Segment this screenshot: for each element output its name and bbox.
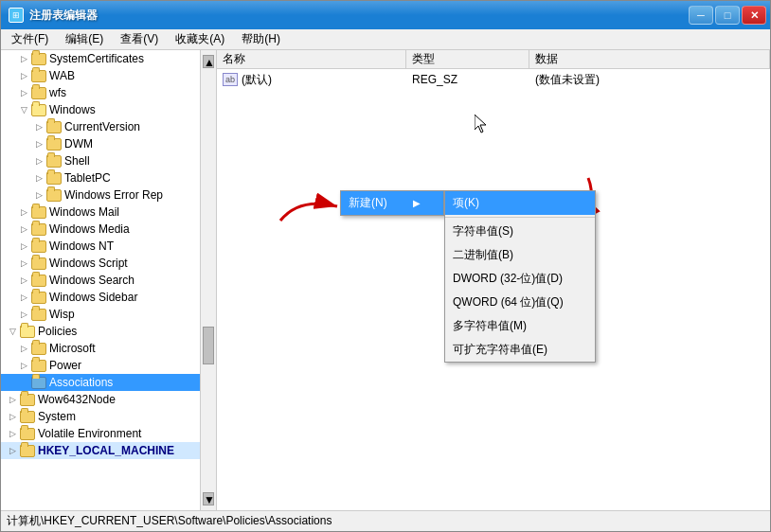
scroll-up-arrow[interactable]: ▲ — [203, 55, 214, 68]
folder-icon — [31, 257, 46, 270]
tree-item-windowssearch[interactable]: ▷ Windows Search — [1, 272, 216, 289]
tree-label: Microsoft — [49, 342, 96, 355]
tree-item-dwm[interactable]: ▷ DWM — [1, 135, 216, 152]
expander[interactable]: ▷ — [5, 408, 20, 425]
tree-item-windowsnt[interactable]: ▷ Windows NT — [1, 238, 216, 255]
submenu-item-binary[interactable]: 二进制值(B) — [445, 243, 595, 267]
tree-item-systemcertificates[interactable]: ▷ SystemCertificates — [1, 50, 216, 67]
reg-name-label: (默认) — [242, 72, 272, 88]
menu-help[interactable]: 帮助(H) — [235, 28, 287, 50]
tree-item-shell[interactable]: ▷ Shell — [1, 152, 216, 169]
new-context-menu[interactable]: 新建(N) ▶ — [340, 190, 444, 216]
menu-view[interactable]: 查看(V) — [114, 28, 165, 50]
expander[interactable]: ▷ — [16, 306, 31, 323]
minimize-button[interactable]: ─ — [689, 6, 713, 25]
folder-icon — [31, 275, 46, 287]
submenu-item-dword[interactable]: DWORD (32-位)值(D) — [445, 267, 595, 291]
tree-item-power[interactable]: ▷ Power — [1, 357, 216, 374]
menu-edit[interactable]: 编辑(E) — [59, 28, 110, 50]
expander[interactable]: ▷ — [5, 425, 20, 442]
expander[interactable]: ▷ — [31, 186, 46, 204]
expander[interactable]: ▷ — [16, 340, 31, 357]
title-bar: ⊞ 注册表编辑器 ─ □ ✕ — [1, 1, 770, 29]
expander[interactable]: ▷ — [5, 442, 20, 459]
tree-label: Power — [49, 359, 81, 372]
submenu-item-expandstring[interactable]: 可扩充字符串值(E) — [445, 338, 595, 362]
submenu-key-label: 项(K) — [453, 195, 479, 211]
tree-item-wab[interactable]: ▷ WAB — [1, 67, 216, 84]
expander[interactable]: ▷ — [16, 272, 31, 289]
reg-data-cell: (数值未设置) — [529, 72, 770, 88]
tree-item-volatile-environment[interactable]: ▷ Volatile Environment — [1, 425, 216, 442]
scroll-thumb[interactable] — [203, 327, 214, 364]
submenu-string-label: 字符串值(S) — [453, 223, 513, 239]
tree-item-system[interactable]: ▷ System — [1, 408, 216, 425]
scroll-down-arrow[interactable]: ▼ — [203, 492, 214, 505]
folder-icon-open — [31, 104, 46, 116]
submenu-item-key[interactable]: 项(K) — [445, 191, 595, 215]
submenu-item-qword[interactable]: QWORD (64 位)值(Q) — [445, 291, 595, 314]
folder-icon — [31, 206, 46, 219]
expander[interactable]: ▷ — [16, 221, 31, 238]
menu-file[interactable]: 文件(F) — [5, 28, 55, 50]
tree-item-windowsscript[interactable]: ▷ Windows Script — [1, 255, 216, 272]
menu-bar: 文件(F) 编辑(E) 查看(V) 收藏夹(A) 帮助(H) — [1, 29, 770, 50]
menu-favorites[interactable]: 收藏夹(A) — [169, 28, 231, 50]
expander[interactable]: ▷ — [16, 289, 31, 306]
expander[interactable]: ▷ — [31, 169, 46, 186]
window-title: 注册表编辑器 — [29, 8, 98, 24]
tree-label: Windows Media — [49, 222, 130, 236]
column-data-header: 数据 — [529, 50, 770, 68]
tree-item-policies[interactable]: ▽ Policies — [1, 323, 216, 340]
expander[interactable]: ▷ — [16, 84, 31, 101]
expander[interactable]: ▷ — [16, 204, 31, 221]
expander[interactable]: ▷ — [16, 67, 31, 84]
tree-scrollbar[interactable]: ▲ ▼ — [200, 50, 216, 510]
expander[interactable]: ▷ — [16, 238, 31, 255]
status-bar: 计算机\HKEY_CURRENT_USER\Software\Policies\… — [1, 510, 770, 531]
tree-item-tabletpc[interactable]: ▷ TabletPC — [1, 169, 216, 186]
tree-label: Windows Error Rep — [64, 188, 163, 202]
ctx-new-item[interactable]: 新建(N) ▶ — [341, 191, 443, 215]
expander[interactable] — [16, 374, 31, 391]
tree-item-hklm[interactable]: ▷ HKEY_LOCAL_MACHINE — [1, 442, 216, 459]
column-type-header: 类型 — [406, 50, 529, 68]
expander[interactable]: ▷ — [16, 357, 31, 374]
tree-item-windows[interactable]: ▽ Windows — [1, 101, 216, 118]
tree-item-wow6432node[interactable]: ▷ Wow6432Node — [1, 391, 216, 408]
reg-type-cell: REG_SZ — [406, 73, 529, 86]
submenu-dword-label: DWORD (32-位)值(D) — [453, 271, 563, 287]
folder-icon — [31, 309, 46, 321]
registry-row-default[interactable]: ab (默认) REG_SZ (数值未设置) — [217, 71, 770, 88]
ctx-separator — [445, 217, 595, 218]
expander[interactable]: ▽ — [16, 101, 31, 118]
close-button[interactable]: ✕ — [742, 6, 766, 25]
tree-label: CurrentVersion — [64, 120, 140, 133]
tree-item-microsoft[interactable]: ▷ Microsoft — [1, 340, 216, 357]
expander[interactable]: ▷ — [16, 255, 31, 272]
expander[interactable]: ▽ — [5, 323, 20, 340]
tree-label: WAB — [49, 69, 75, 82]
expander[interactable]: ▷ — [31, 118, 46, 135]
expander[interactable]: ▷ — [31, 152, 46, 169]
tree-label: HKEY_LOCAL_MACHINE — [38, 444, 174, 457]
tree-item-windowsmedia[interactable]: ▷ Windows Media — [1, 221, 216, 238]
tree-item-windowssidebar[interactable]: ▷ Windows Sidebar — [1, 289, 216, 306]
folder-icon — [20, 428, 35, 440]
submenu-item-string[interactable]: 字符串值(S) — [445, 220, 595, 243]
expander[interactable]: ▷ — [31, 135, 46, 152]
expander[interactable]: ▷ — [5, 391, 20, 408]
tree-item-currentversion[interactable]: ▷ CurrentVersion — [1, 118, 216, 135]
tree-item-wisp[interactable]: ▷ Wisp — [1, 306, 216, 323]
submenu-item-multistring[interactable]: 多字符串值(M) — [445, 314, 595, 338]
ctx-new-label: 新建(N) — [349, 195, 387, 211]
tree-item-associations[interactable]: Associations — [1, 374, 216, 391]
tree-item-windowserrorrep[interactable]: ▷ Windows Error Rep — [1, 186, 216, 204]
tree-item-windowsmail[interactable]: ▷ Windows Mail — [1, 204, 216, 221]
tree-item-wfs[interactable]: ▷ wfs — [1, 84, 216, 101]
tree-label: Wisp — [49, 308, 75, 321]
expander[interactable]: ▷ — [16, 50, 31, 67]
maximize-button[interactable]: □ — [715, 6, 740, 25]
new-submenu[interactable]: 项(K) 字符串值(S) 二进制值(B) DWORD (32-位)值(D) QW… — [444, 190, 596, 363]
right-header: 名称 类型 数据 — [217, 50, 770, 69]
